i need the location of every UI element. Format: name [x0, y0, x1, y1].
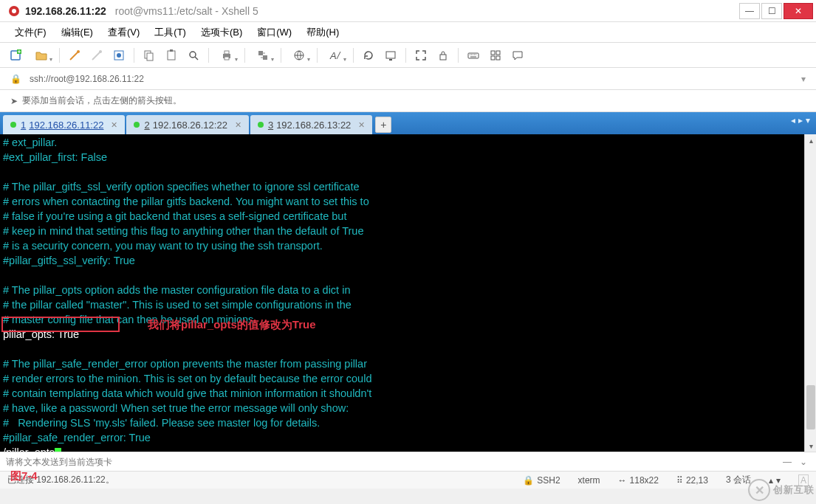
print-icon[interactable] — [213, 46, 240, 65]
status-dot-icon — [258, 122, 264, 128]
url-dropdown-icon[interactable]: ▾ — [801, 74, 806, 84]
new-session-icon[interactable] — [6, 46, 27, 65]
svg-rect-24 — [496, 51, 500, 55]
keyboard-icon[interactable] — [463, 46, 484, 65]
svg-text:A: A — [329, 50, 337, 61]
lock-icon[interactable] — [433, 46, 453, 65]
menubar: 文件(F) 编辑(E) 查看(V) 工具(T) 选项卡(B) 窗口(W) 帮助(… — [0, 22, 816, 43]
add-tab-button[interactable]: + — [375, 117, 391, 133]
tab-index: 2 — [144, 120, 149, 131]
window-address: 192.168.26.11:22 — [25, 5, 106, 17]
scroll-thumb[interactable] — [806, 385, 815, 429]
toolbar-separator — [317, 48, 318, 63]
tab-close-icon[interactable]: ✕ — [358, 120, 365, 130]
status-dot-icon — [10, 122, 16, 128]
svg-rect-25 — [491, 56, 495, 60]
svg-rect-15 — [224, 57, 229, 60]
watermark-icon: ✕ — [748, 479, 770, 501]
quick-send-minimize-icon[interactable]: — — [781, 455, 794, 469]
svg-rect-17 — [263, 55, 267, 60]
disconnect-icon[interactable] — [86, 46, 107, 65]
svg-rect-16 — [258, 51, 263, 55]
svg-rect-26 — [496, 56, 500, 60]
window-subtitle: root@vms11:/etc/salt - Xshell 5 — [115, 5, 738, 17]
status-size: 118x22 — [630, 475, 659, 486]
infobar: ➤ 要添加当前会话，点击左侧的箭头按钮。 — [0, 90, 816, 112]
properties-icon[interactable] — [109, 46, 129, 65]
status-dot-icon — [134, 122, 140, 128]
menu-tools[interactable]: 工具(T) — [148, 23, 192, 42]
svg-rect-9 — [147, 53, 153, 61]
status-cursor: 22,13 — [686, 475, 708, 486]
tab-nav-arrows[interactable]: ◂▸▾ — [789, 115, 812, 125]
svg-point-5 — [99, 50, 102, 53]
session-add-arrow-icon[interactable]: ➤ — [10, 96, 18, 106]
toolbar-separator — [134, 48, 134, 63]
toolbar-separator — [281, 48, 281, 63]
addressbar: 🔒 ssh://root@192.168.26.11:22 ▾ — [0, 68, 816, 90]
font-icon[interactable]: A — [322, 46, 349, 65]
tab-close-icon[interactable]: ✕ — [111, 120, 117, 130]
annotation-text: 我们将pillar_opts的值修改为True — [148, 318, 316, 332]
copy-icon[interactable] — [139, 46, 160, 65]
watermark-text: 创新互联 — [773, 485, 815, 495]
menu-edit[interactable]: 编辑(E) — [55, 23, 99, 42]
language-icon[interactable] — [286, 46, 312, 65]
status-sessions: 3 会话 — [726, 474, 751, 486]
paste-icon[interactable] — [161, 46, 182, 65]
toolbar: A — [0, 43, 816, 68]
quick-send-bar: — ⌄ — [0, 452, 816, 471]
screen-icon[interactable] — [380, 46, 401, 65]
quick-send-expand-icon[interactable]: ⌄ — [797, 455, 810, 469]
svg-rect-14 — [224, 51, 229, 54]
toolbar-separator — [208, 48, 209, 63]
session-tab-2[interactable]: 2 192.168.26.12:22 ✕ — [126, 115, 248, 134]
tab-close-icon[interactable]: ✕ — [235, 120, 241, 130]
terminal[interactable]: # ext_pillar. #ext_pillar_first: False #… — [0, 134, 804, 452]
status-termtype: xterm — [578, 475, 600, 486]
lock-status-icon: 🔒 — [523, 475, 534, 486]
titlebar: 192.168.26.11:22 root@vms11:/etc/salt - … — [0, 0, 816, 22]
cursor-icon: ⠿ — [676, 475, 683, 486]
watermark-logo: ✕ 创新互联 — [748, 479, 815, 501]
statusbar: 已连接 192.168.26.11:22。 🔒SSH2 xterm ↔118x2… — [0, 471, 816, 489]
toolbar-separator — [458, 48, 459, 63]
session-tab-1[interactable]: 1 192.168.26.11:22 ✕ — [3, 115, 125, 134]
scroll-down-icon[interactable]: ▾ — [805, 440, 816, 452]
connect-icon[interactable] — [64, 46, 85, 65]
svg-point-7 — [117, 53, 121, 58]
toolbar-separator — [405, 48, 406, 63]
infobar-message: 要添加当前会话，点击左侧的箭头按钮。 — [22, 94, 182, 107]
svg-point-12 — [190, 52, 196, 58]
svg-point-4 — [77, 50, 80, 53]
session-tabs: 1 192.168.26.11:22 ✕ 2 192.168.26.12:22 … — [0, 112, 816, 134]
fullscreen-icon[interactable] — [411, 46, 431, 65]
toolbar-separator — [353, 48, 354, 63]
tab-label: 192.168.26.13:22 — [276, 120, 351, 131]
status-connected: 已连接 192.168.26.11:22。 — [7, 474, 505, 486]
menu-help[interactable]: 帮助(H) — [301, 23, 345, 42]
tab-index: 3 — [268, 120, 273, 131]
toolbar-separator — [244, 48, 245, 63]
find-icon[interactable] — [183, 46, 204, 65]
maximize-button[interactable]: ☐ — [761, 3, 782, 19]
svg-rect-20 — [386, 52, 395, 58]
refresh-icon[interactable] — [358, 46, 379, 65]
scroll-up-icon[interactable]: ▴ — [805, 134, 816, 146]
chat-icon[interactable] — [507, 46, 528, 65]
grid-icon[interactable] — [485, 46, 506, 65]
menu-tabs[interactable]: 选项卡(B) — [195, 23, 248, 42]
app-logo-icon — [7, 4, 21, 18]
url-field[interactable]: ssh://root@192.168.26.11:22 — [26, 72, 801, 86]
open-folder-icon[interactable] — [28, 46, 55, 65]
minimize-button[interactable]: — — [739, 3, 760, 19]
close-button[interactable]: ✕ — [784, 3, 813, 19]
session-tab-3[interactable]: 3 192.168.26.13:22 ✕ — [250, 115, 372, 134]
transfer-icon[interactable] — [250, 46, 276, 65]
menu-view[interactable]: 查看(V) — [102, 23, 145, 42]
quick-send-input[interactable] — [6, 457, 778, 467]
menu-window[interactable]: 窗口(W) — [251, 23, 298, 42]
menu-file[interactable]: 文件(F) — [9, 23, 52, 42]
svg-rect-23 — [491, 51, 495, 55]
terminal-scrollbar[interactable]: ▴ ▾ — [804, 134, 816, 452]
